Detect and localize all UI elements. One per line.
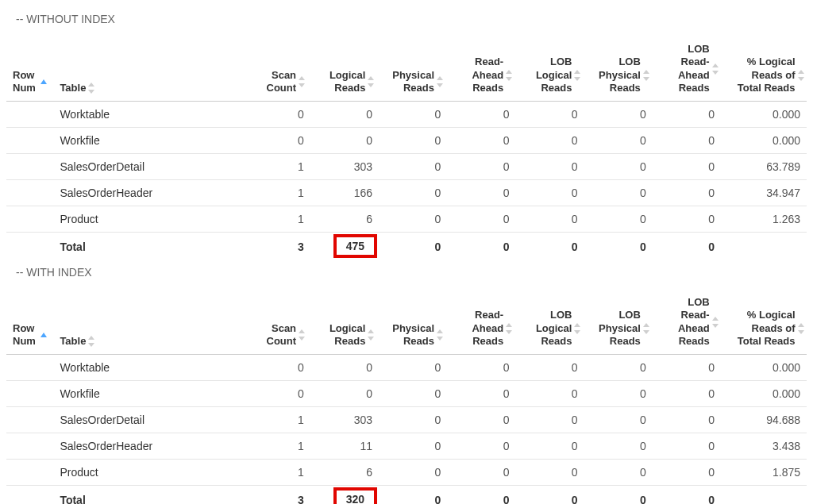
cell-logical-reads: 0 <box>310 355 379 381</box>
col-label-lob-read-ahead-reads: LOB Read-Ahead Reads <box>659 43 710 94</box>
cell-logical-reads-total: 475 <box>310 233 379 260</box>
cell-table-name: Worktable <box>53 102 241 128</box>
cell-logical-reads: 11 <box>310 433 379 460</box>
cell-lob-logical-reads: 0 <box>515 128 584 154</box>
cell-table-name: SalesOrderHeader <box>53 180 241 206</box>
col-header-row-num[interactable]: Row Num <box>6 290 53 355</box>
col-label-read-ahead-reads: Read-Ahead Reads <box>453 56 503 94</box>
cell-lob-physical-reads: 0 <box>584 102 653 128</box>
col-header-scan-count[interactable]: Scan Count <box>242 290 310 355</box>
cell-scan-count: 1 <box>242 180 310 206</box>
cell-pct-logical-reads: 1.263 <box>721 206 807 233</box>
cell-total-label: Total <box>53 233 241 260</box>
cell-lob-logical-reads: 0 <box>515 180 584 206</box>
cell-physical-reads: 0 <box>379 355 447 381</box>
col-header-scan-count[interactable]: Scan Count <box>242 37 310 102</box>
col-header-lob-physical-reads[interactable]: LOB Physical Reads <box>584 290 653 355</box>
table-total-row: Total347500000 <box>6 233 807 260</box>
col-label-scan-count: Scan Count <box>249 322 297 348</box>
cell-lob-logical-reads: 0 <box>515 355 584 381</box>
highlighted-total-box: 320 <box>333 487 377 504</box>
col-header-logical-reads[interactable]: Logical Reads <box>310 290 379 355</box>
cell-table-name: Workfile <box>53 128 241 154</box>
col-header-table[interactable]: Table <box>53 290 241 355</box>
col-header-physical-reads[interactable]: Physical Reads <box>379 37 447 102</box>
cell-pct-logical-reads <box>721 233 807 260</box>
cell-table-name: Worktable <box>53 355 241 381</box>
cell-pct-logical-reads: 0.000 <box>721 128 807 154</box>
cell-lob-read-ahead-reads: 0 <box>653 154 721 180</box>
cell-lob-physical-reads: 0 <box>584 180 653 206</box>
cell-physical-reads: 0 <box>379 486 447 505</box>
cell-table-name: SalesOrderDetail <box>53 154 241 180</box>
highlighted-total-box: 475 <box>333 234 377 258</box>
col-header-pct-logical-reads[interactable]: % Logical Reads of Total Reads <box>721 290 807 355</box>
cell-read-ahead-reads: 0 <box>447 128 515 154</box>
col-header-lob-logical-reads[interactable]: LOB Logical Reads <box>515 290 584 355</box>
cell-lob-logical-reads: 0 <box>515 486 584 505</box>
col-label-read-ahead-reads: Read-Ahead Reads <box>453 309 503 348</box>
cell-lob-read-ahead-reads: 0 <box>653 433 721 460</box>
cell-pct-logical-reads: 0.000 <box>721 381 807 407</box>
cell-logical-reads: 6 <box>310 460 379 486</box>
section-title-with-index: -- WITH INDEX <box>16 266 807 279</box>
col-header-physical-reads[interactable]: Physical Reads <box>379 290 447 355</box>
section-title-without-index: -- WITHOUT INDEX <box>16 13 807 25</box>
sort-icon <box>506 323 509 334</box>
cell-scan-count: 1 <box>242 433 310 460</box>
cell-pct-logical-reads: 0.000 <box>721 355 807 381</box>
col-header-lob-logical-reads[interactable]: LOB Logical Reads <box>515 37 584 102</box>
sort-icon <box>643 323 646 334</box>
cell-lob-physical-reads: 0 <box>584 460 653 486</box>
col-label-row-num: Row Num <box>13 69 38 95</box>
col-header-pct-logical-reads[interactable]: % Logical Reads of Total Reads <box>721 37 807 102</box>
sort-icon <box>88 83 94 94</box>
col-header-lob-physical-reads[interactable]: LOB Physical Reads <box>584 37 653 102</box>
sort-icon <box>798 323 801 334</box>
table-row: SalesOrderDetail13030000094.688 <box>6 407 807 433</box>
cell-lob-physical-reads: 0 <box>584 206 653 233</box>
col-label-lob-physical-reads: LOB Physical Reads <box>591 56 641 94</box>
col-label-physical-reads: Physical Reads <box>385 69 434 95</box>
table-row: Worktable00000000.000 <box>6 355 807 381</box>
col-label-table: Table <box>60 82 86 94</box>
col-header-table[interactable]: Table <box>53 37 241 102</box>
col-header-read-ahead-reads[interactable]: Read-Ahead Reads <box>447 290 515 355</box>
col-header-logical-reads[interactable]: Logical Reads <box>310 37 379 102</box>
cell-lob-read-ahead-reads: 0 <box>653 486 721 505</box>
cell-lob-physical-reads: 0 <box>584 128 653 154</box>
sort-icon <box>506 70 509 81</box>
col-header-row-num[interactable]: Row Num <box>6 37 53 102</box>
col-header-read-ahead-reads[interactable]: Read-Ahead Reads <box>447 37 515 102</box>
cell-physical-reads: 0 <box>379 433 447 460</box>
sort-asc-icon <box>40 333 47 337</box>
cell-pct-logical-reads: 0.000 <box>721 102 807 128</box>
cell-lob-read-ahead-reads: 0 <box>653 233 721 260</box>
cell-row-num <box>6 180 53 206</box>
cell-read-ahead-reads: 0 <box>447 460 515 486</box>
sort-icon <box>368 329 372 340</box>
cell-logical-reads: 0 <box>310 381 379 407</box>
cell-lob-logical-reads: 0 <box>515 154 584 180</box>
cell-total-label: Total <box>53 486 241 505</box>
col-label-logical-reads: Logical Reads <box>317 322 366 348</box>
table-row: Product16000001.875 <box>6 460 807 486</box>
col-label-row-num: Row Num <box>13 322 38 348</box>
cell-row-num <box>6 355 53 381</box>
col-header-lob-read-ahead-reads[interactable]: LOB Read-Ahead Reads <box>653 37 721 102</box>
sort-icon <box>437 76 441 87</box>
col-label-logical-reads: Logical Reads <box>317 69 366 95</box>
cell-row-num <box>6 381 53 407</box>
cell-pct-logical-reads: 94.688 <box>721 407 807 433</box>
cell-lob-physical-reads: 0 <box>584 486 653 505</box>
col-header-lob-read-ahead-reads[interactable]: LOB Read-Ahead Reads <box>653 290 721 355</box>
table-row: Workfile00000000.000 <box>6 381 807 407</box>
cell-row-num <box>6 128 53 154</box>
col-label-lob-logical-reads: LOB Logical Reads <box>522 56 572 94</box>
cell-physical-reads: 0 <box>379 460 447 486</box>
cell-logical-reads-total: 320 <box>310 486 379 505</box>
table-row: SalesOrderHeader111000003.438 <box>6 433 807 460</box>
cell-physical-reads: 0 <box>379 102 447 128</box>
cell-read-ahead-reads: 0 <box>447 102 515 128</box>
cell-scan-count: 0 <box>242 381 310 407</box>
